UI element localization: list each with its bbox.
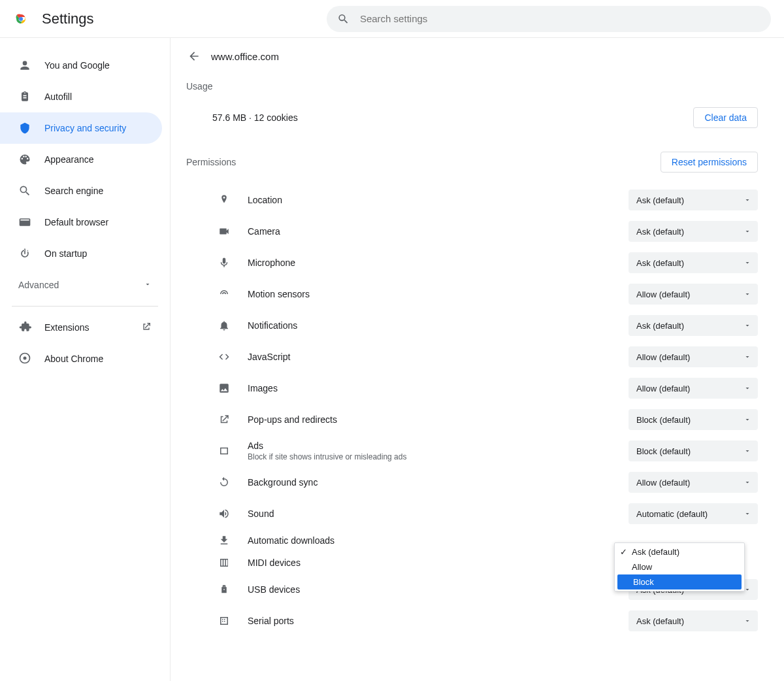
sidebar-item-search-engine[interactable]: Search engine — [0, 175, 170, 207]
permission-label: USB devices — [248, 584, 629, 595]
back-arrow-icon[interactable] — [188, 50, 201, 63]
permission-select[interactable]: Block (default) — [629, 409, 758, 430]
search-icon — [18, 184, 31, 197]
check-icon: ✓ — [620, 547, 630, 557]
chevron-down-icon — [743, 447, 751, 455]
permission-label: Motion sensors — [248, 289, 629, 299]
permission-icon — [212, 194, 236, 206]
permission-value: Ask (default) — [636, 258, 684, 268]
permission-value: Allow (default) — [636, 290, 690, 299]
chevron-down-icon — [743, 353, 751, 361]
sidebar-item-appearance[interactable]: Appearance — [0, 144, 170, 175]
chevron-down-icon — [743, 478, 751, 486]
about-label: About Chrome — [44, 354, 152, 364]
sidebar-label: Default browser — [44, 217, 108, 227]
sidebar-label: Appearance — [44, 154, 94, 165]
site-name: www.office.com — [211, 51, 279, 62]
advanced-label: Advanced — [18, 280, 59, 290]
permission-row: Motion sensorsAllow (default) — [186, 278, 758, 310]
permission-value: Block (default) — [636, 446, 691, 456]
permission-row: Serial portsAsk (default) — [186, 605, 758, 637]
sidebar-item-startup[interactable]: On startup — [0, 238, 170, 269]
permission-value: Ask (default) — [636, 616, 684, 626]
permission-label: Automatic downloads — [248, 535, 629, 546]
permission-row: MicrophoneAsk (default) — [186, 247, 758, 278]
permission-icon — [212, 257, 236, 269]
divider — [12, 306, 158, 307]
permission-icon — [212, 225, 236, 237]
permission-label: Serial ports — [248, 616, 629, 626]
permission-row: CameraAsk (default) — [186, 216, 758, 247]
permission-select[interactable]: Ask (default) — [629, 190, 758, 210]
permissions-title: Permissions — [186, 157, 236, 167]
person-icon — [18, 59, 31, 72]
sidebar-item-autofill[interactable]: Autofill — [0, 81, 170, 112]
browser-icon — [18, 216, 31, 229]
search-box[interactable] — [327, 6, 771, 32]
sidebar-item-default-browser[interactable]: Default browser — [0, 207, 170, 238]
permission-icon — [212, 535, 236, 546]
clear-data-button[interactable]: Clear data — [693, 107, 758, 128]
permission-row: Background syncAllow (default) — [186, 467, 758, 498]
permission-icon — [212, 288, 236, 300]
permission-label: Notifications — [248, 320, 629, 331]
permission-icon — [212, 320, 236, 331]
permission-label: Background sync — [248, 477, 629, 488]
permission-value: Block (default) — [636, 415, 691, 425]
chevron-down-icon — [743, 384, 751, 392]
chevron-down-icon — [743, 322, 751, 329]
permission-select[interactable]: Ask (default) — [629, 252, 758, 273]
permission-label: Ads — [248, 440, 629, 451]
extensions-label: Extensions — [44, 322, 128, 333]
permission-select[interactable]: Allow (default) — [629, 284, 758, 305]
permission-value: Ask (default) — [636, 195, 684, 205]
permission-icon — [212, 382, 236, 394]
permission-label: Images — [248, 383, 629, 393]
sidebar-label: On startup — [44, 248, 87, 259]
sidebar-item-extensions[interactable]: Extensions — [0, 312, 170, 343]
permission-sublabel: Block if site shows intrusive or mislead… — [248, 452, 629, 461]
palette-icon — [18, 153, 31, 166]
permission-select[interactable]: Allow (default) — [629, 346, 758, 367]
sidebar-item-about[interactable]: About Chrome — [0, 343, 170, 374]
permission-select[interactable]: Ask (default) — [629, 315, 758, 336]
usage-text: 57.6 MB · 12 cookies — [212, 112, 298, 123]
chevron-down-icon — [743, 416, 751, 424]
search-input[interactable] — [360, 13, 760, 24]
permission-select[interactable]: Ask (default) — [629, 221, 758, 242]
sidebar-item-privacy[interactable]: Privacy and security — [0, 112, 162, 144]
permission-icon — [212, 508, 236, 520]
permission-select[interactable]: Allow (default) — [629, 472, 758, 493]
sidebar-item-you-and-google[interactable]: You and Google — [0, 50, 170, 81]
permission-label: JavaScript — [248, 352, 629, 362]
dropdown-option-label: Allow — [632, 562, 652, 572]
chevron-down-icon — [743, 259, 751, 267]
permission-value: Allow (default) — [636, 352, 690, 362]
chevron-down-icon — [743, 510, 751, 518]
permission-icon — [212, 476, 236, 488]
permission-icon — [212, 414, 236, 425]
permission-row: NotificationsAsk (default) — [186, 310, 758, 341]
chevron-down-icon — [743, 196, 751, 204]
dropdown-option-block[interactable]: Block — [617, 574, 742, 590]
permission-row: JavaScriptAllow (default) — [186, 341, 758, 373]
permission-select[interactable]: Block (default) — [629, 440, 758, 461]
permission-select[interactable]: Allow (default) — [629, 378, 758, 399]
chevron-down-icon — [743, 617, 751, 625]
clipboard-icon — [18, 90, 31, 103]
permission-select[interactable]: Ask (default) — [629, 610, 758, 631]
sidebar: You and Google Autofill Privacy and secu… — [0, 38, 170, 681]
power-icon — [18, 247, 31, 260]
extension-icon — [18, 320, 31, 335]
sidebar-label: Search engine — [44, 186, 103, 196]
permission-row: LocationAsk (default) — [186, 184, 758, 216]
app-title: Settings — [42, 10, 94, 27]
permission-select[interactable]: Automatic (default) — [629, 503, 758, 524]
permission-label: Pop-ups and redirects — [248, 414, 629, 425]
sidebar-advanced[interactable]: Advanced — [0, 269, 170, 301]
dropdown-option-allow[interactable]: Allow — [616, 559, 743, 574]
permission-icon — [212, 445, 236, 457]
dropdown-option-ask[interactable]: ✓ Ask (default) — [616, 544, 743, 559]
reset-permissions-button[interactable]: Reset permissions — [661, 152, 758, 173]
usage-title: Usage — [186, 81, 758, 91]
